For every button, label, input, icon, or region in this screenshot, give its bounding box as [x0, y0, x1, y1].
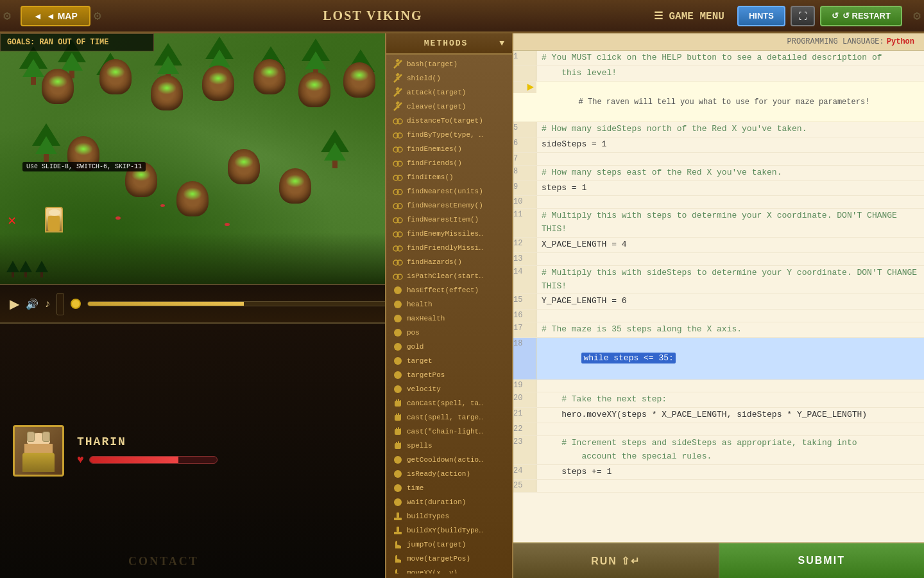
svg-rect-63 — [400, 414, 401, 417]
code-line-18: 18 while steps <= 35: — [513, 338, 924, 380]
prog-lang-label: PROGRAMMING LANGUAGE: — [787, 37, 884, 46]
method-item[interactable]: cleave(target) — [386, 100, 512, 114]
method-item[interactable]: jumpTo(target) — [386, 538, 512, 552]
method-icon — [393, 426, 403, 437]
method-item[interactable]: findFriends() — [386, 156, 512, 170]
method-item[interactable]: findFriendlyMissi… — [386, 241, 512, 255]
method-label: shield() — [407, 74, 441, 82]
method-label: isReady(action) — [407, 470, 470, 478]
method-item[interactable]: buildTypes — [386, 509, 512, 523]
code-line-16: 16 — [513, 310, 924, 322]
svg-point-55 — [394, 385, 402, 393]
code-line-9: 9 steps = 1 — [513, 181, 924, 197]
method-item[interactable]: findNearestEnemy() — [386, 198, 512, 213]
method-item[interactable]: findEnemyMissiles… — [386, 227, 512, 241]
method-label: findNearest(units) — [407, 188, 483, 195]
fullscreen-button[interactable]: ⛶ — [791, 6, 815, 26]
method-item[interactable]: gold — [386, 340, 512, 354]
method-item[interactable]: isPathClear(start… — [386, 269, 512, 283]
method-item[interactable]: isReady(action) — [386, 467, 512, 481]
method-item[interactable]: findEnemies() — [386, 142, 512, 156]
svg-rect-58 — [398, 399, 399, 402]
restart-label: ↺ RESTART — [843, 11, 891, 21]
monster — [148, 75, 186, 120]
svg-point-73 — [394, 470, 402, 478]
line-number-16: 16 — [513, 310, 536, 322]
method-item[interactable]: findByType(type, … — [386, 128, 512, 142]
map-button[interactable]: ◄ ◄ MAP — [21, 6, 90, 26]
monster — [96, 59, 135, 104]
method-item[interactable]: moveXY(x, y) — [386, 566, 512, 574]
line-content-12: X_PACE_LENGTH = 4 — [536, 238, 924, 252]
code-line-15: 15 Y_PACE_LENGTH = 6 — [513, 294, 924, 310]
svg-rect-59 — [400, 400, 401, 403]
monster — [64, 136, 103, 181]
method-label: buildTypes — [407, 512, 449, 520]
method-item[interactable]: bash(target) — [386, 57, 512, 71]
character-avatar — [13, 425, 64, 477]
method-item[interactable]: target — [386, 354, 512, 368]
method-item[interactable]: findItems() — [386, 170, 512, 184]
method-item[interactable]: findNearestItem() — [386, 213, 512, 227]
mushroom — [116, 216, 121, 220]
method-item[interactable]: maxHealth — [386, 311, 512, 326]
method-item[interactable]: health — [386, 297, 512, 311]
method-item[interactable]: wait(duration) — [386, 495, 512, 509]
method-label: findByType(type, … — [407, 131, 483, 139]
volume-button[interactable]: 🔊 — [26, 298, 38, 310]
game-menu-button[interactable]: ☰ GAME MENU — [641, 6, 737, 26]
method-icon — [393, 116, 403, 126]
restart-button[interactable]: ↺ ↺ RESTART — [820, 6, 902, 26]
method-item[interactable]: time — [386, 481, 512, 495]
method-item[interactable]: spells — [386, 439, 512, 453]
method-label: attack(target) — [407, 89, 466, 96]
method-label: findItems() — [407, 173, 454, 181]
method-item[interactable]: cast("chain-light… — [386, 425, 512, 439]
method-icon — [393, 525, 403, 536]
play-button[interactable]: ▶ — [10, 296, 19, 311]
code-line-10: 10 — [513, 196, 924, 209]
method-item[interactable]: velocity — [386, 382, 512, 396]
method-label: time — [407, 484, 424, 492]
svg-rect-69 — [396, 442, 397, 445]
method-icon — [393, 73, 403, 83]
method-item[interactable]: attack(target) — [386, 85, 512, 100]
run-button[interactable]: RUN ⇧↵ — [513, 543, 719, 578]
playback-progress-bar[interactable] — [87, 301, 434, 306]
line-content-9: steps = 1 — [536, 181, 924, 196]
method-icon — [393, 412, 403, 423]
method-item[interactable]: findHazards() — [386, 255, 512, 269]
top-right-buttons: HINTS ⛶ ↺ ↺ RESTART — [737, 6, 902, 26]
submit-button[interactable]: SUBMIT — [719, 543, 925, 578]
svg-rect-78 — [394, 532, 402, 534]
top-bar: ⚙ ◄ ◄ MAP ⚙ LOST VIKING ☰ GAME MENU HINT… — [0, 0, 924, 33]
code-panel-header: PROGRAMMING LANGUAGE: Python — [513, 33, 924, 51]
method-item[interactable]: buildXY(buildType… — [386, 523, 512, 538]
methods-list[interactable]: bash(target)shield()attack(target)cleave… — [386, 55, 512, 574]
line-number-18: 18 — [513, 338, 536, 379]
method-item[interactable]: canCast(spell, ta… — [386, 396, 512, 410]
method-item[interactable]: cast(spell, targe… — [386, 410, 512, 425]
arrow-icon: ► — [527, 82, 534, 93]
methods-dropdown-icon[interactable]: ▼ — [499, 39, 506, 48]
code-editor[interactable]: 1 # You MUST click on the HELP button to… — [513, 51, 924, 542]
method-item[interactable]: shield() — [386, 71, 512, 85]
contact-text[interactable]: Contact — [128, 555, 199, 568]
gear-left-icon: ⚙ — [3, 8, 11, 24]
method-label: jumpTo(target) — [407, 541, 466, 548]
method-icon — [393, 554, 403, 564]
svg-point-49 — [394, 301, 402, 308]
code-line-17: 17 # The maze is 35 steps along the X ax… — [513, 322, 924, 338]
method-item[interactable]: distanceTo(target) — [386, 114, 512, 128]
method-label: spells — [407, 442, 432, 450]
method-item[interactable]: move(targetPos) — [386, 552, 512, 566]
method-item[interactable]: getCooldown(actio… — [386, 453, 512, 467]
method-item[interactable]: pos — [386, 326, 512, 340]
music-button[interactable]: ♪ — [45, 298, 50, 310]
method-item[interactable]: findNearest(units) — [386, 184, 512, 198]
line-number-20: 20 — [513, 392, 536, 407]
hints-button[interactable]: HINTS — [737, 6, 785, 26]
line-number-23: 23 — [513, 436, 536, 464]
method-item[interactable]: hasEffect(effect) — [386, 283, 512, 297]
method-item[interactable]: targetPos — [386, 368, 512, 382]
